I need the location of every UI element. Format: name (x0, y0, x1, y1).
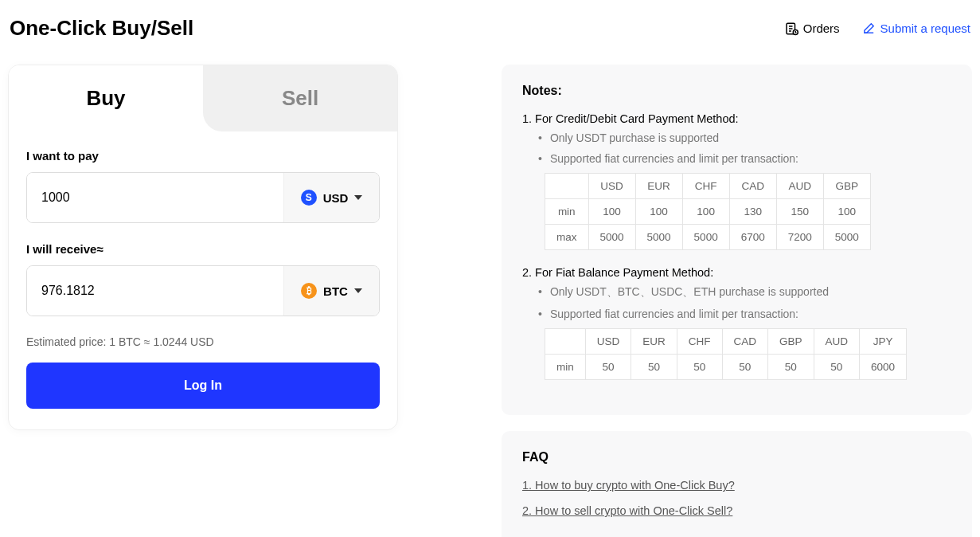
notes-title: Notes: (522, 84, 951, 98)
note-2-sub-1: Only USDT、BTC、USDC、ETH purchase is suppo… (538, 285, 951, 300)
table-cell: 100 (588, 199, 635, 225)
receive-label: I will receive≈ (26, 242, 380, 256)
orders-link[interactable]: Orders (784, 22, 840, 36)
table-header: CAD (722, 329, 768, 355)
orders-icon (784, 22, 798, 36)
faq-panel: FAQ 1. How to buy crypto with One-Click … (502, 431, 972, 537)
table-header: GBP (768, 329, 814, 355)
receive-amount-input[interactable] (27, 266, 283, 316)
table-cell: 5000 (682, 225, 729, 250)
table-cell: 5000 (635, 225, 682, 250)
faq-link-1[interactable]: 1. How to buy crypto with One-Click Buy? (522, 479, 951, 492)
table-header: AUD (776, 174, 823, 199)
note-1-heading: 1. For Credit/Debit Card Payment Method: (522, 112, 951, 125)
table-header: USD (585, 329, 631, 355)
table-cell: 100 (823, 199, 870, 225)
tab-buy[interactable]: Buy (9, 65, 203, 131)
orders-label: Orders (803, 22, 840, 35)
table-cell: 50 (677, 355, 722, 380)
btc-icon: ₿ (301, 283, 317, 299)
table-cell: 150 (776, 199, 823, 225)
limits-table-1: USDEURCHFCADAUDGBPmin100100100130150100m… (545, 173, 871, 250)
table-cell: 50 (768, 355, 814, 380)
pay-amount-input[interactable] (27, 173, 283, 222)
table-cell: 50 (814, 355, 860, 380)
table-cell: 100 (635, 199, 682, 225)
table-cell: 130 (729, 199, 776, 225)
table-header: CAD (729, 174, 776, 199)
note-1-sub-1: Only USDT purchase is supported (538, 131, 951, 144)
note-2-heading: 2. For Fiat Balance Payment Method: (522, 266, 951, 279)
table-header: AUD (814, 329, 860, 355)
login-button[interactable]: Log In (26, 363, 380, 409)
receive-currency-select[interactable]: ₿ BTC (283, 266, 379, 316)
table-cell: 6700 (729, 225, 776, 250)
estimated-price: Estimated price: 1 BTC ≈ 1.0244 USD (26, 335, 380, 348)
table-header: CHF (682, 174, 729, 199)
pay-currency-label: USD (323, 191, 349, 205)
note-2-sub-2: Supported fiat currencies and limit per … (538, 308, 951, 320)
table-cell: 5000 (823, 225, 870, 250)
table-cell: min (545, 355, 586, 380)
pay-label: I want to pay (26, 149, 380, 163)
buy-sell-card: Buy Sell I want to pay S USD I will rece… (8, 65, 398, 430)
table-header: USD (588, 174, 635, 199)
table-header (545, 174, 589, 199)
note-1-sub-2: Supported fiat currencies and limit per … (538, 152, 951, 165)
submit-request-label: Submit a request (880, 22, 970, 35)
table-cell: 6000 (860, 355, 907, 380)
table-cell: 100 (682, 199, 729, 225)
table-header: GBP (823, 174, 870, 199)
notes-panel: Notes: 1. For Credit/Debit Card Payment … (502, 65, 972, 415)
table-cell: max (545, 225, 589, 250)
limits-table-2: USDEURCHFCADGBPAUDJPYmin5050505050506000 (545, 328, 907, 380)
table-header: CHF (677, 329, 722, 355)
page-title: One-Click Buy/Sell (10, 16, 193, 41)
table-cell: 5000 (588, 225, 635, 250)
receive-currency-label: BTC (323, 284, 348, 298)
table-header: EUR (631, 329, 677, 355)
faq-link-2[interactable]: 2. How to sell crypto with One-Click Sel… (522, 504, 951, 517)
table-header: EUR (635, 174, 682, 199)
faq-title: FAQ (522, 450, 951, 464)
chevron-down-icon (354, 288, 362, 293)
chevron-down-icon (354, 195, 362, 200)
submit-request-link[interactable]: Submit a request (862, 22, 970, 35)
usd-icon: S (301, 190, 317, 206)
table-cell: 50 (585, 355, 631, 380)
pay-currency-select[interactable]: S USD (283, 173, 379, 222)
table-cell: 7200 (776, 225, 823, 250)
tab-sell[interactable]: Sell (203, 65, 397, 131)
table-cell: 50 (631, 355, 677, 380)
table-header (545, 329, 586, 355)
table-header: JPY (860, 329, 907, 355)
table-cell: min (545, 199, 589, 225)
table-cell: 50 (722, 355, 768, 380)
edit-icon (862, 22, 876, 35)
